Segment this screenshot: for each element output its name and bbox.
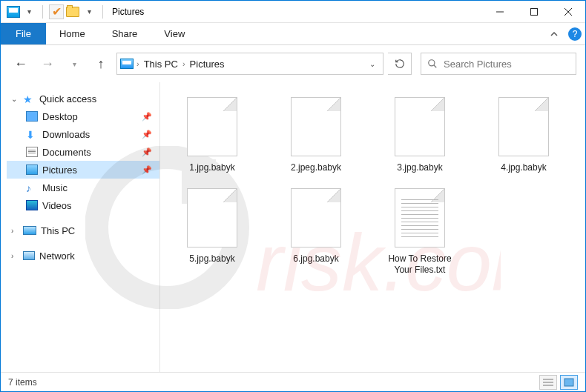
tab-view[interactable]: View [151, 23, 198, 44]
address-bar[interactable]: › This PC › Pictures ⌄ [116, 53, 383, 75]
app-icon [7, 6, 20, 18]
chevron-right-icon[interactable]: › [11, 252, 19, 260]
file-label: 2.jpeg.babyk [291, 162, 341, 173]
pin-icon: 📌 [142, 147, 152, 157]
pictures-icon [26, 165, 38, 175]
file-item[interactable]: 2.jpeg.babyk [279, 97, 353, 173]
svg-rect-1 [531, 8, 538, 15]
search-placeholder: Search Pictures [444, 59, 512, 70]
breadcrumb-pictures[interactable]: Pictures [188, 59, 226, 70]
breadcrumb-icon [120, 59, 134, 69]
up-button[interactable]: ↑ [90, 53, 112, 75]
svg-rect-12 [564, 379, 573, 386]
pin-icon: 📌 [142, 112, 152, 122]
refresh-button[interactable] [388, 53, 412, 75]
tab-home[interactable]: Home [46, 23, 99, 44]
tree-this-pc[interactable]: › This PC [7, 222, 159, 239]
chevron-down-icon[interactable]: ⌄ [11, 95, 19, 103]
chevron-right-icon[interactable]: › [11, 227, 19, 235]
tree-network[interactable]: › Network [7, 247, 159, 265]
sidebar-item-label: Network [39, 250, 75, 262]
qat-folder[interactable] [65, 4, 80, 19]
blank-file-icon [187, 97, 237, 156]
file-item[interactable]: 6.jpg.babyk [279, 188, 353, 276]
details-view-button[interactable] [539, 375, 557, 390]
close-button[interactable] [551, 1, 585, 23]
sidebar-item-pictures[interactable]: Pictures 📌 [7, 161, 159, 179]
search-input[interactable]: Search Pictures [421, 53, 576, 75]
file-pane[interactable]: 1.jpg.babyk2.jpeg.babyk3.jpg.babyk4.jpg.… [160, 82, 585, 372]
pin-icon: 📌 [142, 130, 152, 139]
sidebar-item-music[interactable]: ♪ Music [7, 179, 159, 196]
file-tab[interactable]: File [1, 23, 46, 44]
blank-file-icon [291, 188, 341, 248]
chevron-right-icon[interactable]: › [182, 59, 185, 68]
file-item[interactable]: 5.jpg.babyk [175, 188, 249, 276]
forward-button[interactable]: → [36, 53, 59, 75]
network-icon [23, 251, 35, 260]
pin-icon: 📌 [142, 165, 152, 175]
file-label: How To Restore Your Files.txt [383, 253, 457, 276]
tab-share[interactable]: Share [99, 23, 151, 44]
qat-dropdown[interactable]: ▾ [22, 4, 36, 19]
sidebar-item-label: Music [42, 182, 68, 193]
help-button[interactable]: ? [564, 23, 585, 44]
sidebar-item-label: Desktop [42, 111, 78, 122]
search-icon [427, 59, 438, 69]
blank-file-icon [395, 97, 445, 156]
blank-file-icon [498, 97, 549, 156]
tree-quick-access[interactable]: ⌄ ★ Quick access [7, 90, 159, 107]
blank-file-icon [291, 97, 341, 156]
recent-locations-dropdown[interactable]: ▾ [63, 53, 85, 75]
sidebar-item-documents[interactable]: Documents 📌 [7, 143, 159, 161]
video-icon [26, 200, 38, 210]
titlebar: ▾ ✔ ▾ Pictures [1, 1, 585, 23]
file-item[interactable]: 3.jpg.babyk [383, 97, 457, 173]
blank-file-icon [187, 188, 237, 248]
sidebar-item-label: Pictures [42, 165, 77, 176]
pc-icon [23, 226, 36, 235]
svg-point-4 [429, 60, 435, 66]
ribbon-collapse-icon[interactable] [544, 23, 564, 44]
status-bar: 7 items [1, 372, 585, 391]
file-item[interactable]: How To Restore Your Files.txt [383, 188, 457, 276]
sidebar-item-label: Downloads [42, 129, 90, 140]
large-icons-view-button[interactable] [560, 375, 578, 390]
file-label: 6.jpg.babyk [293, 253, 338, 265]
folder-icon [26, 111, 38, 122]
sidebar-item-videos[interactable]: Videos [7, 196, 159, 214]
file-item[interactable]: 4.jpg.babyk [487, 97, 561, 173]
navigation-pane: ⌄ ★ Quick access Desktop 📌 ⬇ Downloads 📌… [1, 82, 160, 372]
svg-line-5 [434, 65, 437, 68]
file-label: 1.jpg.babyk [189, 162, 234, 173]
back-button[interactable]: ← [10, 53, 32, 75]
sidebar-item-label: Documents [42, 147, 91, 158]
music-icon: ♪ [26, 182, 38, 193]
window-title: Pictures [108, 7, 483, 17]
download-icon: ⬇ [26, 129, 38, 139]
nav-row: ← → ▾ ↑ › This PC › Pictures ⌄ Search Pi… [1, 45, 585, 82]
qat-check[interactable]: ✔ [49, 4, 64, 19]
document-icon [26, 147, 38, 157]
status-item-count: 7 items [8, 377, 37, 388]
file-label: 5.jpg.babyk [189, 253, 234, 265]
text-file-icon [395, 188, 445, 248]
file-item[interactable]: 1.jpg.babyk [175, 97, 249, 173]
sidebar-item-downloads[interactable]: ⬇ Downloads 📌 [7, 125, 159, 143]
file-label: 3.jpg.babyk [397, 162, 442, 173]
address-dropdown[interactable]: ⌄ [365, 60, 380, 68]
sidebar-item-desktop[interactable]: Desktop 📌 [7, 107, 159, 125]
file-label: 4.jpg.babyk [501, 162, 546, 173]
qat-more[interactable]: ▾ [82, 4, 96, 19]
ribbon: File Home Share View ? [1, 23, 585, 45]
chevron-right-icon[interactable]: › [136, 59, 139, 68]
star-icon: ★ [23, 93, 35, 104]
minimize-button[interactable] [483, 1, 517, 23]
breadcrumb-this-pc[interactable]: This PC [142, 59, 180, 70]
sidebar-item-label: This PC [41, 225, 75, 236]
sidebar-item-label: Quick access [39, 93, 96, 104]
sidebar-item-label: Videos [42, 200, 72, 211]
maximize-button[interactable] [517, 1, 551, 23]
